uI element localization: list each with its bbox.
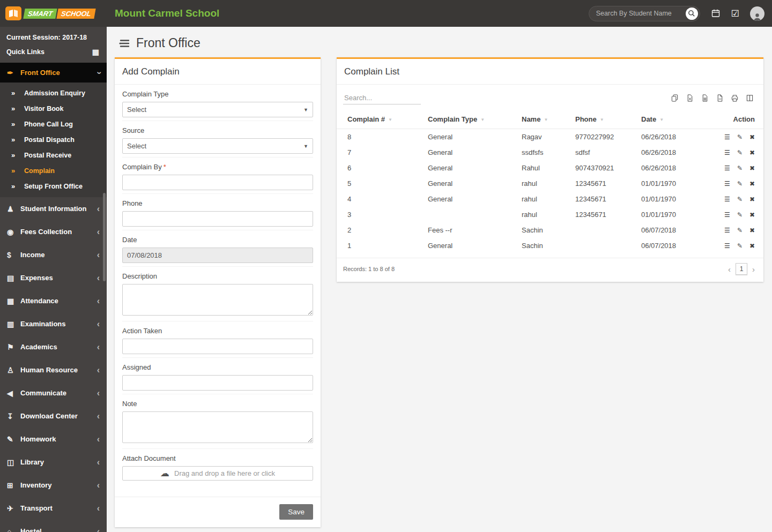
sidebar-item-hostel[interactable]: ⌂Hostel‹ bbox=[0, 520, 107, 532]
row-edit-button[interactable]: ✎ bbox=[737, 149, 743, 156]
row-detail-button[interactable]: ☰ bbox=[724, 196, 730, 203]
submenu-item-admission-enquiry[interactable]: »Admission Enquiry bbox=[0, 85, 107, 101]
chevron-left-icon: ‹ bbox=[97, 412, 100, 421]
quick-links[interactable]: Quick Links ▦ bbox=[0, 43, 107, 63]
row-delete-button[interactable]: ✖ bbox=[749, 242, 755, 250]
column-header-complain[interactable]: Complain #▼ bbox=[337, 110, 422, 129]
sidebar-item-library[interactable]: ◫Library‹ bbox=[0, 451, 107, 474]
pagination-page-1[interactable]: 1 bbox=[736, 263, 747, 275]
column-header-phone[interactable]: Phone▼ bbox=[570, 110, 636, 129]
row-edit-button[interactable]: ✎ bbox=[737, 133, 743, 141]
row-delete-button[interactable]: ✖ bbox=[749, 227, 755, 234]
complain-by-input[interactable] bbox=[122, 175, 313, 190]
columns-button[interactable] bbox=[745, 93, 755, 103]
row-edit-button[interactable]: ✎ bbox=[737, 164, 743, 172]
app-logo[interactable]: SMART SCHOOL bbox=[0, 0, 107, 27]
submenu-item-setup-front-office[interactable]: »Setup Front Office bbox=[0, 178, 107, 194]
column-header-name[interactable]: Name▼ bbox=[516, 110, 570, 129]
column-header-complain-type[interactable]: Complain Type▼ bbox=[422, 110, 516, 129]
sidebar-item-income[interactable]: $Income‹ bbox=[0, 243, 107, 266]
row-edit-button[interactable]: ✎ bbox=[737, 227, 743, 234]
row-edit-button[interactable]: ✎ bbox=[737, 242, 743, 250]
date-label: Date bbox=[122, 236, 313, 244]
row-delete-button[interactable]: ✖ bbox=[749, 211, 755, 219]
pagination-next[interactable]: › bbox=[752, 265, 755, 274]
row-detail-button[interactable]: ☰ bbox=[724, 149, 730, 156]
calendar-button[interactable] bbox=[711, 9, 721, 18]
academics-icon: ⚑ bbox=[7, 343, 20, 351]
description-textarea[interactable] bbox=[122, 284, 313, 316]
phone-input[interactable] bbox=[122, 211, 313, 227]
row-edit-button[interactable]: ✎ bbox=[737, 196, 743, 203]
user-icon bbox=[753, 12, 762, 21]
sidebar-item-transport[interactable]: ✈Transport‹ bbox=[0, 497, 107, 520]
chevron-left-icon: ‹ bbox=[97, 228, 100, 236]
row-detail-button[interactable]: ☰ bbox=[724, 227, 730, 234]
complain-by-group: Complain By* bbox=[122, 158, 313, 194]
action-taken-input[interactable] bbox=[122, 339, 313, 354]
submenu-item-postal-receive[interactable]: »Postal Receive bbox=[0, 147, 107, 163]
date-input[interactable] bbox=[122, 248, 313, 263]
row-detail-button[interactable]: ☰ bbox=[724, 211, 730, 219]
file-dropzone[interactable]: ☁↑ Drag and drop a file here or click bbox=[122, 466, 313, 481]
table-row: 1GeneralSachin06/07/2018☰✎✖ bbox=[337, 238, 763, 253]
sidebar-item-front-office[interactable]: ✒ Front Office ‹ bbox=[0, 63, 107, 83]
submenu-item-phone-call-log[interactable]: »Phone Call Log bbox=[0, 116, 107, 132]
column-header-date[interactable]: Date▼ bbox=[636, 110, 711, 129]
pen-icon: ✒ bbox=[7, 69, 20, 77]
search-button[interactable] bbox=[686, 8, 698, 20]
row-delete-button[interactable]: ✖ bbox=[749, 149, 755, 156]
complain-table-body: 8GeneralRagav977022799206/26/2018☰✎✖7Gen… bbox=[337, 129, 763, 254]
quick-links-label: Quick Links bbox=[6, 48, 44, 56]
sidebar-item-academics[interactable]: ⚑Academics‹ bbox=[0, 335, 107, 358]
cell-phone: 12345671 bbox=[570, 176, 636, 191]
row-detail-button[interactable]: ☰ bbox=[724, 180, 730, 188]
csv-button[interactable] bbox=[700, 93, 710, 103]
submenu-item-complain[interactable]: »Complain bbox=[0, 163, 107, 178]
source-select[interactable]: Select ▼ bbox=[122, 138, 313, 154]
user-avatar[interactable] bbox=[750, 6, 764, 21]
assigned-input[interactable] bbox=[122, 375, 313, 391]
sidebar-item-communicate[interactable]: ◀Communicate‹ bbox=[0, 381, 107, 404]
tasks-icon: ☑ bbox=[731, 8, 739, 19]
note-textarea[interactable] bbox=[122, 411, 313, 443]
row-detail-button[interactable]: ☰ bbox=[724, 164, 730, 172]
row-delete-button[interactable]: ✖ bbox=[749, 133, 755, 141]
submenu-item-visitor-book[interactable]: »Visitor Book bbox=[0, 101, 107, 116]
complain-type-select[interactable]: Select ▼ bbox=[122, 102, 313, 117]
pdf-button[interactable] bbox=[715, 93, 725, 103]
sidebar-item-download-center[interactable]: ↧Download Center‹ bbox=[0, 404, 107, 428]
cell-complain-id: 6 bbox=[337, 160, 422, 176]
sidebar-scrollbar[interactable] bbox=[103, 193, 106, 281]
row-detail-button[interactable]: ☰ bbox=[724, 242, 730, 250]
excel-button[interactable] bbox=[685, 93, 695, 103]
student-search-input[interactable] bbox=[596, 10, 686, 17]
sidebar-item-inventory[interactable]: ⊞Inventory‹ bbox=[0, 474, 107, 497]
tasks-button[interactable]: ☑ bbox=[731, 8, 739, 19]
double-chevron-icon: » bbox=[11, 120, 24, 128]
pagination-prev[interactable]: ‹ bbox=[728, 265, 731, 274]
sidebar-item-expenses[interactable]: ▤Expenses‹ bbox=[0, 266, 107, 289]
cell-complain-type: General bbox=[422, 160, 516, 176]
row-detail-button[interactable]: ☰ bbox=[724, 133, 730, 141]
row-edit-button[interactable]: ✎ bbox=[737, 211, 743, 219]
copy-button[interactable] bbox=[670, 93, 680, 103]
complain-by-label-text: Complain By bbox=[122, 163, 162, 171]
cell-complain-type: General bbox=[422, 238, 516, 253]
sidebar-item-homework[interactable]: ✎Homework‹ bbox=[0, 428, 107, 451]
row-edit-button[interactable]: ✎ bbox=[737, 180, 743, 188]
print-button[interactable] bbox=[730, 93, 740, 103]
sidebar-item-examinations[interactable]: ▥Examinations‹ bbox=[0, 312, 107, 335]
submenu-item-postal-dispatch[interactable]: »Postal Dispatch bbox=[0, 132, 107, 147]
row-delete-button[interactable]: ✖ bbox=[749, 164, 755, 172]
export-toolbar bbox=[670, 93, 755, 103]
list-search-input[interactable] bbox=[343, 92, 421, 104]
row-delete-button[interactable]: ✖ bbox=[749, 196, 755, 203]
sidebar-item-attendance[interactable]: ▦Attendance‹ bbox=[0, 289, 107, 312]
sidebar-item-human-resource[interactable]: ♙Human Resource‹ bbox=[0, 358, 107, 381]
row-delete-button[interactable]: ✖ bbox=[749, 180, 755, 188]
add-complain-card: Add Complain Complain Type Select ▼ Sour… bbox=[115, 57, 321, 527]
sidebar-item-fees-collection[interactable]: ◉Fees Collection‹ bbox=[0, 220, 107, 243]
sidebar-item-student-information[interactable]: ♟Student Information‹ bbox=[0, 197, 107, 220]
save-button[interactable]: Save bbox=[279, 504, 313, 520]
